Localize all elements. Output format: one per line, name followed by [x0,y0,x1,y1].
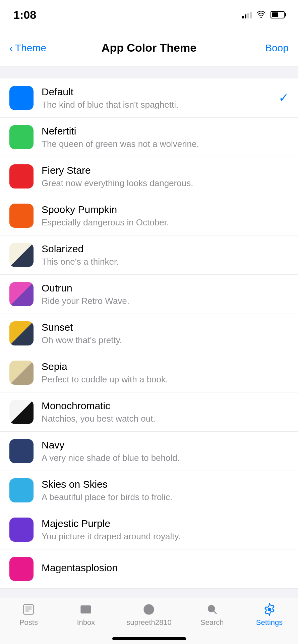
theme-name-sepia: Sepia [42,361,289,372]
theme-name-outrun: Outrun [42,282,289,294]
theme-name-nefertiti: Nefertiti [42,125,289,137]
battery-icon [271,11,285,18]
tab-search[interactable]: Search [195,603,229,627]
svg-rect-1 [25,607,32,607]
theme-list: DefaultThe kind of blue that isn't spagh… [0,78,298,589]
theme-item-magentasplosion[interactable]: Magentasplosion [0,549,298,589]
theme-icon-majestic-purple [9,518,34,542]
theme-icon-magentasplosion [9,557,34,581]
page-title: App Color Theme [50,41,248,54]
tab-posts[interactable]: Posts [12,603,45,627]
svg-rect-3 [25,611,29,611]
settings-label: Settings [256,618,283,627]
theme-name-sunset: Sunset [42,322,289,333]
theme-icon-spooky-pumpkin [9,204,34,228]
status-bar: 1:08 [0,0,298,30]
theme-name-solarized: Solarized [42,243,289,255]
theme-icon-outrun [9,282,34,306]
theme-name-default: Default [42,86,273,98]
theme-icon-sunset [9,321,34,345]
theme-item-sunset[interactable]: SunsetOh wow that's pretty. [0,314,298,353]
svg-point-5 [147,607,151,610]
status-time: 1:08 [13,8,36,21]
theme-icon-skies-on-skies [9,478,34,502]
theme-icon-navy [9,439,34,463]
inbox-icon [78,603,94,616]
theme-icon-default [9,86,34,110]
tab-settings[interactable]: Settings [253,603,286,627]
theme-item-solarized[interactable]: SolarizedThis one's a thinker. [0,235,298,275]
chevron-left-icon: ‹ [9,43,13,53]
theme-item-default[interactable]: DefaultThe kind of blue that isn't spagh… [0,78,298,118]
boop-button[interactable]: Boop [248,42,289,54]
theme-item-outrun[interactable]: OutrunRide your Retro Wave. [0,275,298,314]
theme-item-spooky-pumpkin[interactable]: Spooky PumpkinEspecially dangerous in Oc… [0,196,298,235]
theme-desc-skies-on-skies: A beautiful place for birds to frolic. [42,492,289,502]
checkmark-icon: ✓ [279,91,289,105]
theme-icon-sepia [9,361,34,385]
theme-item-sepia[interactable]: SepiaPerfect to cuddle up with a book. [0,353,298,392]
theme-item-skies-on-skies[interactable]: Skies on SkiesA beautiful place for bird… [0,471,298,510]
theme-name-spooky-pumpkin: Spooky Pumpkin [42,204,289,215]
theme-desc-navy: A very nice shade of blue to behold. [42,453,289,463]
tab-profile[interactable]: supreeth2810 [126,603,172,627]
settings-icon [262,603,277,616]
posts-label: Posts [19,618,38,627]
nav-header: ‹ Theme App Color Theme Boop [0,30,298,66]
theme-name-majestic-purple: Majestic Purple [42,518,289,529]
theme-name-fiery-stare: Fiery Stare [42,165,289,176]
theme-name-magentasplosion: Magentasplosion [42,562,289,574]
search-icon [204,603,220,616]
theme-desc-outrun: Ride your Retro Wave. [42,296,289,306]
wifi-icon [256,11,266,18]
theme-item-fiery-stare[interactable]: Fiery StareGreat now everything looks da… [0,157,298,196]
theme-icon-fiery-stare [9,164,34,189]
theme-name-monochromatic: Monochromatic [42,400,289,412]
theme-desc-solarized: This one's a thinker. [42,257,289,267]
svg-rect-2 [25,609,32,609]
theme-icon-nefertiti [9,125,34,149]
theme-item-majestic-purple[interactable]: Majestic PurpleYou picture it draped aro… [0,510,298,549]
signal-icon [242,11,252,18]
theme-item-monochromatic[interactable]: MonochromaticNatchios, you best watch ou… [0,392,298,432]
theme-desc-default: The kind of blue that isn't spaghetti. [42,100,273,110]
theme-desc-sepia: Perfect to cuddle up with a book. [42,374,289,385]
theme-name-skies-on-skies: Skies on Skies [42,479,289,490]
inbox-label: Inbox [77,618,95,627]
theme-name-navy: Navy [42,439,289,451]
tab-inbox[interactable]: Inbox [69,603,103,627]
status-icons [242,11,285,18]
theme-icon-solarized [9,243,34,267]
theme-desc-spooky-pumpkin: Especially dangerous in October. [42,217,289,228]
tab-bar: Posts Inbox supreeth2810 S [0,597,298,644]
back-button[interactable]: ‹ Theme [9,42,50,54]
section-divider [0,66,298,78]
theme-desc-majestic-purple: You picture it draped around royalty. [42,531,289,542]
theme-item-navy[interactable]: NavyA very nice shade of blue to behold. [0,432,298,471]
theme-icon-monochromatic [9,400,34,424]
search-label: Search [200,618,224,627]
svg-point-7 [267,608,271,611]
posts-icon [21,603,36,616]
theme-item-nefertiti[interactable]: NefertitiThe queen of green was not a wo… [0,118,298,157]
profile-label: supreeth2810 [126,618,172,627]
theme-desc-fiery-stare: Great now everything looks dangerous. [42,178,289,189]
profile-icon [141,603,157,616]
theme-desc-sunset: Oh wow that's pretty. [42,335,289,345]
theme-desc-monochromatic: Natchios, you best watch out. [42,414,289,424]
home-indicator [112,637,186,640]
theme-desc-nefertiti: The queen of green was not a wolverine. [42,139,289,149]
back-label: Theme [15,42,46,54]
